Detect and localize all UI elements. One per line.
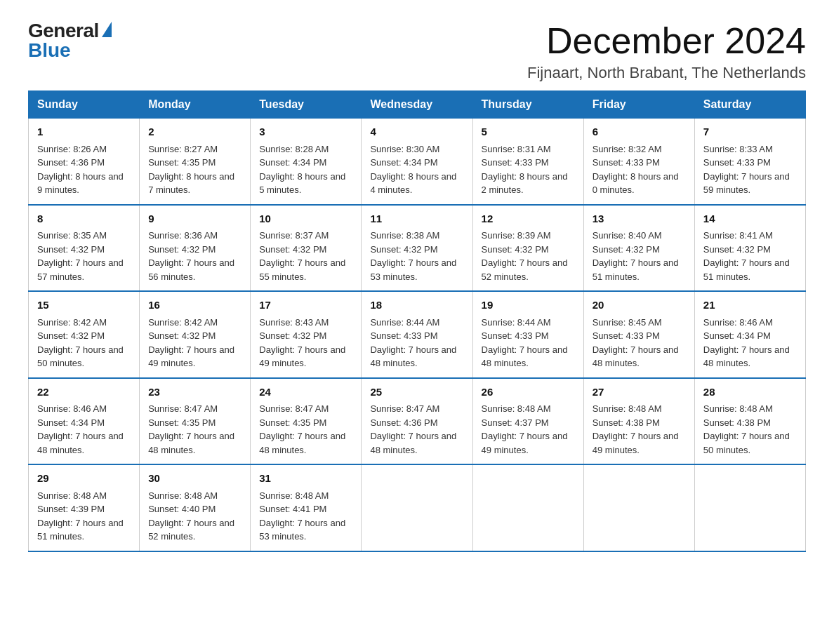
day-info: Sunrise: 8:41 AM Sunset: 4:32 PM Dayligh…: [703, 229, 797, 283]
weekday-header-row: SundayMondayTuesdayWednesdayThursdayFrid…: [29, 91, 806, 119]
calendar-day-11: 11 Sunrise: 8:38 AM Sunset: 4:32 PM Dayl…: [362, 205, 472, 292]
location-title: Fijnaart, North Brabant, The Netherlands: [527, 64, 806, 82]
calendar-day-24: 24 Sunrise: 8:47 AM Sunset: 4:35 PM Dayl…: [251, 378, 362, 465]
calendar-day-7: 7 Sunrise: 8:33 AM Sunset: 4:33 PM Dayli…: [694, 119, 805, 205]
day-number: 1: [37, 124, 131, 140]
day-info: Sunrise: 8:45 AM Sunset: 4:33 PM Dayligh…: [593, 316, 686, 370]
weekday-header-sunday: Sunday: [29, 91, 140, 119]
page-header: General Blue December 2024 Fijnaart, Nor…: [28, 21, 806, 82]
calendar-day-empty: [583, 464, 694, 551]
calendar-day-18: 18 Sunrise: 8:44 AM Sunset: 4:33 PM Dayl…: [362, 291, 472, 378]
calendar-day-21: 21 Sunrise: 8:46 AM Sunset: 4:34 PM Dayl…: [694, 291, 805, 378]
day-number: 2: [148, 124, 241, 140]
day-number: 25: [370, 384, 463, 401]
day-info: Sunrise: 8:28 AM Sunset: 4:34 PM Dayligh…: [259, 142, 352, 197]
calendar-day-empty: [362, 464, 472, 551]
day-number: 26: [482, 384, 575, 401]
day-number: 27: [593, 384, 686, 401]
weekday-header-wednesday: Wednesday: [362, 91, 472, 119]
day-info: Sunrise: 8:44 AM Sunset: 4:33 PM Dayligh…: [370, 316, 463, 370]
calendar-week-4: 22 Sunrise: 8:46 AM Sunset: 4:34 PM Dayl…: [29, 378, 806, 465]
day-info: Sunrise: 8:36 AM Sunset: 4:32 PM Dayligh…: [148, 229, 241, 283]
calendar-day-2: 2 Sunrise: 8:27 AM Sunset: 4:35 PM Dayli…: [140, 119, 251, 205]
calendar-week-5: 29 Sunrise: 8:48 AM Sunset: 4:39 PM Dayl…: [29, 464, 806, 551]
day-info: Sunrise: 8:32 AM Sunset: 4:33 PM Dayligh…: [593, 142, 686, 197]
logo-blue-text: Blue: [28, 41, 71, 60]
day-info: Sunrise: 8:48 AM Sunset: 4:37 PM Dayligh…: [482, 402, 575, 457]
day-info: Sunrise: 8:26 AM Sunset: 4:36 PM Dayligh…: [37, 142, 131, 197]
calendar-day-25: 25 Sunrise: 8:47 AM Sunset: 4:36 PM Dayl…: [362, 378, 472, 465]
day-number: 28: [703, 384, 797, 401]
day-info: Sunrise: 8:46 AM Sunset: 4:34 PM Dayligh…: [37, 402, 131, 457]
day-info: Sunrise: 8:46 AM Sunset: 4:34 PM Dayligh…: [703, 316, 797, 370]
day-info: Sunrise: 8:30 AM Sunset: 4:34 PM Dayligh…: [370, 142, 463, 197]
day-number: 19: [482, 297, 575, 314]
day-number: 29: [37, 471, 131, 487]
calendar-day-15: 15 Sunrise: 8:42 AM Sunset: 4:32 PM Dayl…: [29, 291, 140, 378]
calendar-day-13: 13 Sunrise: 8:40 AM Sunset: 4:32 PM Dayl…: [583, 205, 694, 292]
day-number: 7: [703, 124, 797, 140]
weekday-header-monday: Monday: [140, 91, 251, 119]
calendar-day-26: 26 Sunrise: 8:48 AM Sunset: 4:37 PM Dayl…: [472, 378, 583, 465]
day-info: Sunrise: 8:42 AM Sunset: 4:32 PM Dayligh…: [148, 316, 241, 370]
calendar-day-23: 23 Sunrise: 8:47 AM Sunset: 4:35 PM Dayl…: [140, 378, 251, 465]
calendar-day-27: 27 Sunrise: 8:48 AM Sunset: 4:38 PM Dayl…: [583, 378, 694, 465]
day-info: Sunrise: 8:48 AM Sunset: 4:41 PM Dayligh…: [259, 489, 352, 544]
calendar-day-10: 10 Sunrise: 8:37 AM Sunset: 4:32 PM Dayl…: [251, 205, 362, 292]
calendar-day-empty: [694, 464, 805, 551]
weekday-header-thursday: Thursday: [472, 91, 583, 119]
day-info: Sunrise: 8:42 AM Sunset: 4:32 PM Dayligh…: [37, 316, 131, 370]
day-number: 3: [259, 124, 352, 140]
calendar-day-empty: [472, 464, 583, 551]
day-number: 15: [37, 297, 131, 314]
calendar-week-3: 15 Sunrise: 8:42 AM Sunset: 4:32 PM Dayl…: [29, 291, 806, 378]
calendar-day-4: 4 Sunrise: 8:30 AM Sunset: 4:34 PM Dayli…: [362, 119, 472, 205]
weekday-header-friday: Friday: [583, 91, 694, 119]
calendar-day-28: 28 Sunrise: 8:48 AM Sunset: 4:38 PM Dayl…: [694, 378, 805, 465]
day-info: Sunrise: 8:38 AM Sunset: 4:32 PM Dayligh…: [370, 229, 463, 283]
day-info: Sunrise: 8:37 AM Sunset: 4:32 PM Dayligh…: [259, 229, 352, 283]
day-number: 30: [148, 471, 241, 487]
day-number: 4: [370, 124, 463, 140]
day-info: Sunrise: 8:48 AM Sunset: 4:38 PM Dayligh…: [703, 402, 797, 457]
weekday-header-tuesday: Tuesday: [251, 91, 362, 119]
day-number: 13: [593, 211, 686, 227]
day-number: 12: [482, 211, 575, 227]
day-number: 14: [703, 211, 797, 227]
day-number: 18: [370, 297, 463, 314]
day-number: 6: [593, 124, 686, 140]
day-number: 10: [259, 211, 352, 227]
title-block: December 2024 Fijnaart, North Brabant, T…: [527, 21, 806, 82]
calendar-day-6: 6 Sunrise: 8:32 AM Sunset: 4:33 PM Dayli…: [583, 119, 694, 205]
calendar-day-20: 20 Sunrise: 8:45 AM Sunset: 4:33 PM Dayl…: [583, 291, 694, 378]
calendar-day-29: 29 Sunrise: 8:48 AM Sunset: 4:39 PM Dayl…: [29, 464, 140, 551]
calendar-day-30: 30 Sunrise: 8:48 AM Sunset: 4:40 PM Dayl…: [140, 464, 251, 551]
day-number: 17: [259, 297, 352, 314]
day-info: Sunrise: 8:40 AM Sunset: 4:32 PM Dayligh…: [593, 229, 686, 283]
day-info: Sunrise: 8:44 AM Sunset: 4:33 PM Dayligh…: [482, 316, 575, 370]
weekday-header-saturday: Saturday: [694, 91, 805, 119]
logo-triangle-icon: [102, 22, 112, 37]
calendar-table: SundayMondayTuesdayWednesdayThursdayFrid…: [28, 90, 806, 552]
calendar-day-17: 17 Sunrise: 8:43 AM Sunset: 4:32 PM Dayl…: [251, 291, 362, 378]
day-info: Sunrise: 8:31 AM Sunset: 4:33 PM Dayligh…: [482, 142, 575, 197]
day-number: 20: [593, 297, 686, 314]
calendar-day-1: 1 Sunrise: 8:26 AM Sunset: 4:36 PM Dayli…: [29, 119, 140, 205]
day-info: Sunrise: 8:47 AM Sunset: 4:36 PM Dayligh…: [370, 402, 463, 457]
calendar-day-22: 22 Sunrise: 8:46 AM Sunset: 4:34 PM Dayl…: [29, 378, 140, 465]
day-info: Sunrise: 8:48 AM Sunset: 4:40 PM Dayligh…: [148, 489, 241, 544]
day-number: 11: [370, 211, 463, 227]
calendar-day-12: 12 Sunrise: 8:39 AM Sunset: 4:32 PM Dayl…: [472, 205, 583, 292]
calendar-day-3: 3 Sunrise: 8:28 AM Sunset: 4:34 PM Dayli…: [251, 119, 362, 205]
day-number: 22: [37, 384, 131, 401]
day-number: 9: [148, 211, 241, 227]
calendar-week-1: 1 Sunrise: 8:26 AM Sunset: 4:36 PM Dayli…: [29, 119, 806, 205]
day-info: Sunrise: 8:43 AM Sunset: 4:32 PM Dayligh…: [259, 316, 352, 370]
calendar-day-19: 19 Sunrise: 8:44 AM Sunset: 4:33 PM Dayl…: [472, 291, 583, 378]
day-info: Sunrise: 8:47 AM Sunset: 4:35 PM Dayligh…: [259, 402, 352, 457]
calendar-day-31: 31 Sunrise: 8:48 AM Sunset: 4:41 PM Dayl…: [251, 464, 362, 551]
calendar-day-14: 14 Sunrise: 8:41 AM Sunset: 4:32 PM Dayl…: [694, 205, 805, 292]
day-info: Sunrise: 8:48 AM Sunset: 4:38 PM Dayligh…: [593, 402, 686, 457]
day-number: 8: [37, 211, 131, 227]
day-info: Sunrise: 8:48 AM Sunset: 4:39 PM Dayligh…: [37, 489, 131, 544]
